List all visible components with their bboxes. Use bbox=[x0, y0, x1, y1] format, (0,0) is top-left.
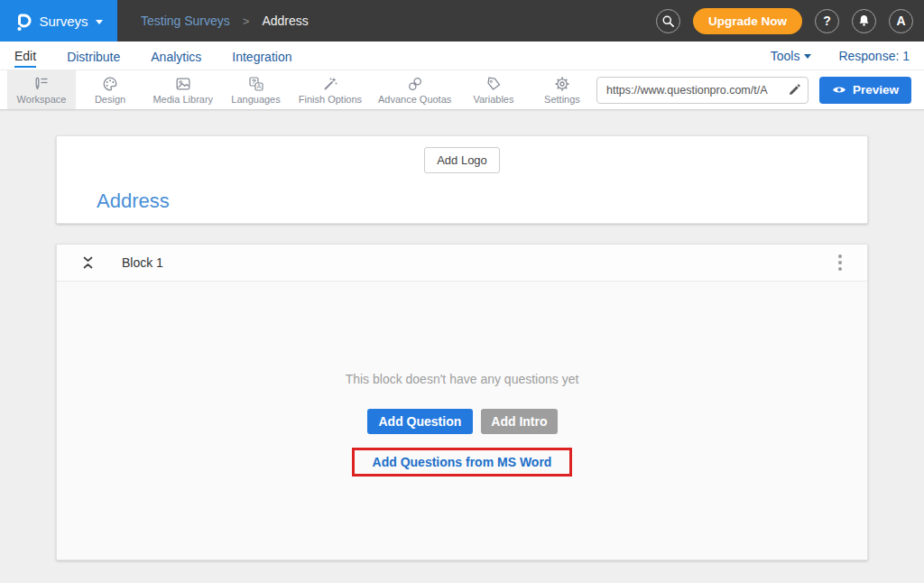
toolbar-item-finish-options[interactable]: Finish Options bbox=[291, 70, 371, 109]
toolbar-item-variables[interactable]: Variables bbox=[459, 70, 528, 109]
top-bar: Surveys Testing Surveys > Address Upgrad… bbox=[0, 0, 924, 42]
finish-options-icon bbox=[322, 76, 338, 92]
toolbar-label: Workspace bbox=[17, 94, 67, 105]
design-icon bbox=[102, 76, 118, 92]
toolbar-label: Languages bbox=[231, 94, 280, 105]
kebab-icon bbox=[838, 254, 842, 271]
editor-toolbar: Workspace Design Media Library bbox=[0, 70, 924, 110]
block-body: This block doesn't have any questions ye… bbox=[57, 282, 867, 560]
tab-edit[interactable]: Edit bbox=[14, 44, 36, 68]
survey-url-input[interactable] bbox=[597, 78, 786, 103]
toolbar-label: Finish Options bbox=[299, 94, 362, 105]
toolbar-label: Settings bbox=[544, 94, 580, 105]
questionpro-logo-icon bbox=[14, 10, 32, 32]
advance-quotas-icon bbox=[407, 76, 423, 92]
empty-block-message: This block doesn't have any questions ye… bbox=[346, 372, 579, 386]
breadcrumb-separator: > bbox=[243, 14, 250, 28]
breadcrumb: Testing Surveys > Address bbox=[141, 14, 309, 28]
search-icon bbox=[661, 14, 675, 28]
product-name: Surveys bbox=[39, 14, 88, 29]
toolbar-right: Preview bbox=[596, 70, 924, 109]
survey-url-field bbox=[596, 77, 808, 104]
toolbar-label: Media Library bbox=[152, 94, 213, 105]
chevron-down-icon bbox=[96, 20, 103, 24]
nav-right: Tools Response: 1 bbox=[771, 49, 910, 63]
breadcrumb-current: Address bbox=[262, 14, 308, 28]
block-header: Block 1 bbox=[57, 245, 867, 282]
notifications-button[interactable] bbox=[852, 9, 876, 33]
toolbar-item-languages[interactable]: A Languages bbox=[222, 70, 291, 109]
chevron-down-icon bbox=[804, 54, 811, 59]
tab-integration[interactable]: Integration bbox=[232, 45, 291, 67]
eye-icon bbox=[832, 85, 846, 95]
avatar[interactable]: A bbox=[889, 9, 913, 33]
nav-tabs: Edit Distribute Analytics Integration bbox=[14, 44, 291, 68]
toolbar-item-design[interactable]: Design bbox=[76, 70, 144, 109]
tools-label: Tools bbox=[771, 49, 800, 63]
languages-icon: A bbox=[248, 76, 264, 92]
help-button[interactable]: ? bbox=[815, 9, 839, 33]
toolbar-label: Variables bbox=[473, 94, 513, 105]
preview-button[interactable]: Preview bbox=[819, 77, 911, 104]
pencil-icon bbox=[788, 84, 800, 97]
toolbar-item-settings[interactable]: Settings bbox=[528, 70, 596, 109]
tools-menu[interactable]: Tools bbox=[771, 49, 812, 63]
collapse-block-button[interactable] bbox=[80, 254, 96, 271]
search-button[interactable] bbox=[656, 9, 680, 33]
response-count[interactable]: Response: 1 bbox=[838, 49, 910, 63]
settings-icon bbox=[554, 76, 570, 92]
survey-editor-content: Add Logo Address Block 1 This block do bbox=[0, 110, 924, 560]
bell-icon bbox=[857, 14, 871, 28]
block-actions: Add Question Add Intro bbox=[367, 409, 558, 434]
block-card: Block 1 This block doesn't have any ques… bbox=[56, 244, 868, 560]
toolbar-item-media-library[interactable]: Media Library bbox=[144, 70, 222, 109]
add-questions-from-ms-word-link[interactable]: Add Questions from MS Word bbox=[373, 455, 552, 469]
survey-header-card: Add Logo Address bbox=[56, 135, 868, 224]
add-logo-button[interactable]: Add Logo bbox=[424, 147, 500, 173]
add-intro-button[interactable]: Add Intro bbox=[481, 409, 557, 434]
section-nav: Edit Distribute Analytics Integration To… bbox=[0, 42, 924, 70]
add-question-button[interactable]: Add Question bbox=[367, 409, 474, 434]
toolbar-item-workspace[interactable]: Workspace bbox=[7, 70, 76, 109]
help-icon: ? bbox=[823, 14, 831, 28]
variables-icon bbox=[485, 76, 502, 92]
product-switcher[interactable]: Surveys bbox=[0, 0, 117, 42]
tab-analytics[interactable]: Analytics bbox=[151, 45, 201, 67]
edit-url-button[interactable] bbox=[786, 84, 808, 97]
toolbar-label: Design bbox=[95, 94, 125, 105]
block-menu-button[interactable] bbox=[833, 251, 847, 274]
ms-word-highlight-box: Add Questions from MS Word bbox=[352, 448, 573, 477]
topbar-actions: Upgrade Now ? A bbox=[656, 8, 924, 34]
collapse-icon bbox=[82, 256, 94, 269]
block-title[interactable]: Block 1 bbox=[122, 255, 163, 270]
tab-distribute[interactable]: Distribute bbox=[67, 45, 120, 67]
survey-title[interactable]: Address bbox=[97, 190, 867, 213]
toolbar-label: Advance Quotas bbox=[378, 94, 451, 105]
breadcrumb-parent[interactable]: Testing Surveys bbox=[141, 14, 230, 28]
upgrade-now-button[interactable]: Upgrade Now bbox=[693, 8, 802, 34]
preview-label: Preview bbox=[853, 83, 899, 97]
toolbar-item-advance-quotas[interactable]: Advance Quotas bbox=[370, 70, 459, 109]
svg-text:A: A bbox=[256, 83, 261, 89]
avatar-letter: A bbox=[896, 14, 905, 28]
workspace-icon bbox=[32, 76, 51, 92]
media-library-icon bbox=[175, 76, 191, 92]
